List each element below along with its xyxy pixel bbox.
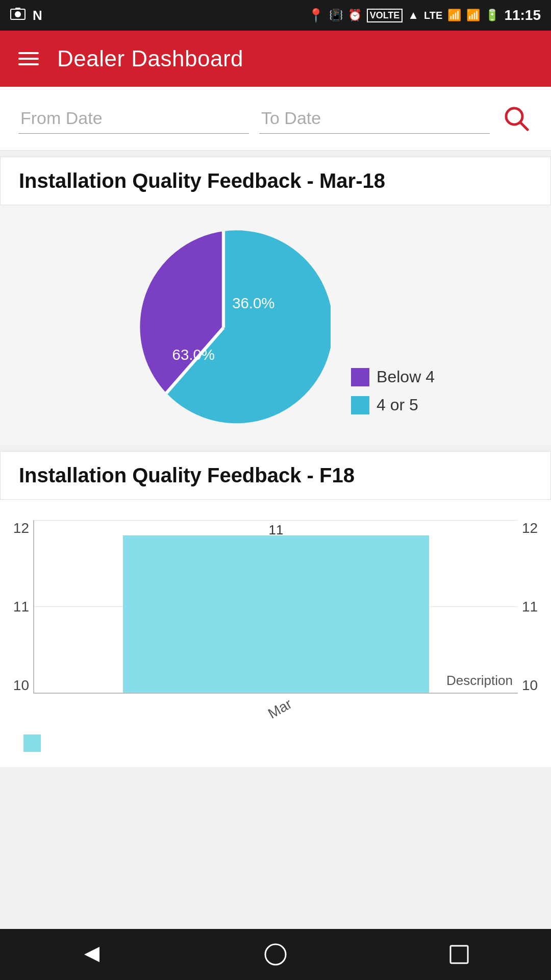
description-label: Description: [446, 673, 513, 689]
legend-color-4or5: [351, 396, 369, 414]
svg-marker-9: [84, 947, 99, 962]
recents-button[interactable]: [446, 942, 472, 967]
page-title: Dealer Dashboard: [57, 46, 243, 71]
signal-icon-2: 📶: [466, 9, 480, 22]
from-date-input[interactable]: [18, 103, 249, 134]
bar-rect: [123, 535, 429, 693]
y-label-mid-left: 11: [13, 599, 29, 615]
pie-legend: Below 4 4 or 5: [351, 368, 435, 435]
photo-icon: [10, 7, 26, 23]
y-axis-left: 12 11 10: [5, 520, 33, 694]
y-label-mid-right: 11: [522, 599, 538, 615]
clock: 11:15: [504, 7, 541, 23]
y-label-min-right: 10: [522, 677, 538, 694]
lte-label: LTE: [424, 10, 442, 21]
signal-icon-1: 📶: [447, 9, 461, 22]
bar-chart-title-card: Installation Quality Feedback - F18: [0, 451, 551, 500]
svg-rect-11: [450, 946, 468, 963]
alarm-icon: ⏰: [348, 9, 362, 22]
pie-chart: 36.0% 63.0%: [116, 220, 331, 435]
svg-rect-2: [15, 8, 20, 10]
svg-line-4: [520, 122, 528, 130]
status-bar-left: N: [10, 7, 42, 23]
y-axis-right: 12 11 10: [518, 520, 546, 694]
home-button[interactable]: [263, 942, 288, 967]
legend-label-4or5: 4 or 5: [377, 396, 418, 414]
bar-chart-area: 12 11 10 11 Description Mar 12 11: [5, 510, 546, 729]
bar-legend-color: [23, 734, 41, 752]
grid-line-top: [34, 520, 518, 521]
svg-text:36.0%: 36.0%: [232, 295, 274, 311]
n-icon: N: [33, 8, 42, 23]
svg-point-10: [265, 944, 286, 965]
legend-label-below4: Below 4: [377, 368, 435, 386]
svg-text:63.0%: 63.0%: [172, 346, 215, 363]
y-label-min-left: 10: [13, 677, 29, 694]
legend-color-below4: [351, 368, 369, 386]
bar-chart-plot: 11 Description Mar: [33, 520, 518, 694]
bottom-navigation: [0, 929, 551, 980]
vibrate-icon: 📳: [329, 9, 343, 22]
to-date-input[interactable]: [259, 103, 490, 134]
status-bar: N 📍 📳 ⏰ VOLTE ▲ LTE 📶 📶 🔋 11:15: [0, 0, 551, 31]
pie-chart-title: Installation Quality Feedback - Mar-18: [19, 169, 385, 192]
y-label-max-left: 12: [13, 520, 29, 536]
bar-x-label: Mar: [265, 696, 295, 722]
status-bar-right: 📍 📳 ⏰ VOLTE ▲ LTE 📶 📶 🔋 11:15: [308, 7, 541, 23]
app-header: Dealer Dashboard: [0, 31, 551, 87]
svg-point-1: [15, 11, 21, 17]
bar-legend: [5, 729, 546, 762]
location-icon: 📍: [308, 8, 324, 23]
menu-button[interactable]: [18, 52, 39, 65]
volte-badge: VOLTE: [367, 9, 403, 22]
bar-chart-wrapper: 12 11 10 11 Description Mar 12 11: [0, 500, 551, 767]
legend-item-below4: Below 4: [351, 368, 435, 386]
bar-chart-title: Installation Quality Feedback - F18: [19, 464, 355, 486]
search-button[interactable]: [500, 102, 533, 135]
search-card: [0, 87, 551, 151]
wifi-icon: ▲: [408, 9, 419, 22]
y-label-max-right: 12: [522, 520, 538, 536]
back-button[interactable]: [79, 942, 105, 967]
battery-icon: 🔋: [485, 9, 499, 22]
pie-chart-title-card: Installation Quality Feedback - Mar-18: [0, 157, 551, 205]
legend-item-4or5: 4 or 5: [351, 396, 435, 414]
pie-chart-section: 36.0% 63.0% Below 4 4 or 5: [0, 205, 551, 445]
